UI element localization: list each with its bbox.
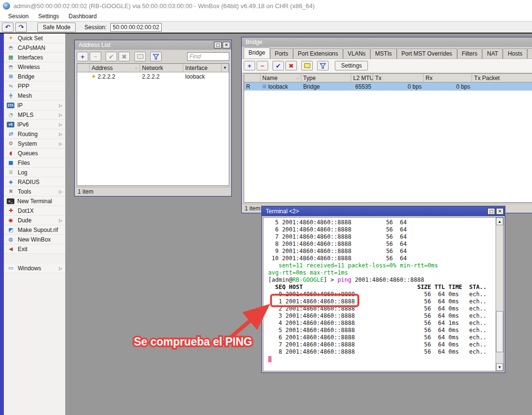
column-type[interactable]: Type bbox=[301, 74, 351, 82]
session-value[interactable]: 50:00:00:02:00:02 bbox=[110, 23, 162, 32]
sidebar-item-log[interactable]: ≣Log bbox=[4, 168, 65, 177]
sidebar-item-routing[interactable]: ⇄Routing▷ bbox=[4, 129, 65, 139]
scroll-up-icon[interactable]: ▲ bbox=[496, 218, 503, 225]
chevron-right-icon: ▷ bbox=[59, 266, 62, 271]
sidebar-item-ppp[interactable]: ≒PPP bbox=[4, 81, 65, 91]
sidebar-item-make-supout-rif[interactable]: ◩Make Supout.rif bbox=[4, 225, 65, 235]
sidebar: ✦Quick Set◓CAPsMAN▦Interfaces◓Wireless⊞B… bbox=[0, 34, 66, 415]
column-flag bbox=[77, 64, 90, 72]
bridge-tabs: BridgePortsPort ExtensionsVLANsMSTIsPort… bbox=[242, 47, 532, 58]
address-list-titlebar[interactable]: Address List □ ✕ bbox=[75, 40, 231, 50]
chevron-right-icon: ▷ bbox=[59, 132, 62, 137]
sidebar-item-dot1x[interactable]: ✚Dot1X bbox=[4, 206, 65, 216]
sidebar-item-exit[interactable]: ◀Exit bbox=[4, 244, 65, 254]
column-flag bbox=[244, 74, 260, 82]
remove-button[interactable]: − bbox=[90, 52, 101, 61]
column-dropdown-icon[interactable]: ▼ bbox=[222, 64, 229, 72]
comment-button[interactable] bbox=[301, 61, 313, 70]
address-table: Address△NetworkInterface▼ ✚2.2.2.22.2.2.… bbox=[77, 63, 229, 186]
enable-button[interactable]: ✔ bbox=[272, 61, 284, 70]
sidebar-item-capsman[interactable]: ◓CAPsMAN bbox=[4, 43, 65, 53]
sidebar-item-ipv6[interactable]: v6IPv6▷ bbox=[4, 120, 65, 129]
tab-mdb[interactable]: MDB bbox=[527, 48, 532, 58]
sidebar-item-label: Dot1X bbox=[18, 208, 63, 214]
column-tx-packet[interactable]: Tx Packet bbox=[472, 74, 532, 82]
settings-button[interactable]: Settings bbox=[335, 61, 368, 70]
column-network[interactable]: Network bbox=[140, 64, 183, 72]
menu-session[interactable]: Session bbox=[4, 12, 33, 21]
column-interface[interactable]: Interface bbox=[183, 64, 222, 72]
tab-mstis[interactable]: MSTIs bbox=[370, 48, 397, 58]
enable-button[interactable]: ✔ bbox=[106, 52, 117, 61]
find-input[interactable] bbox=[187, 52, 229, 61]
undo-icon: ↶ bbox=[5, 23, 11, 31]
disable-button[interactable]: ✖ bbox=[285, 61, 297, 70]
tab-filters[interactable]: Filters bbox=[457, 48, 483, 58]
sidebar-item-new-terminal[interactable]: >_New Terminal bbox=[4, 196, 65, 206]
bridge-icon: ⊞ bbox=[7, 73, 15, 80]
column-tx[interactable]: Tx bbox=[373, 74, 424, 82]
sidebar-item-new-winbox[interactable]: ◍New WinBox bbox=[4, 235, 65, 244]
safe-mode-button[interactable]: Safe Mode bbox=[37, 23, 76, 32]
sidebar-item-quick-set[interactable]: ✦Quick Set bbox=[4, 34, 65, 43]
menu-settings[interactable]: Settings bbox=[34, 12, 63, 21]
scrollbar-thumb[interactable] bbox=[496, 311, 503, 352]
sidebar-item-label: Quick Set bbox=[18, 35, 63, 42]
sidebar-item-bridge[interactable]: ⊞Bridge bbox=[4, 72, 65, 81]
sidebar-item-tools[interactable]: ✖Tools▷ bbox=[4, 187, 65, 196]
sidebar-item-interfaces[interactable]: ▦Interfaces bbox=[4, 53, 65, 62]
maximize-icon[interactable]: □ bbox=[487, 208, 495, 215]
comment-button[interactable] bbox=[134, 52, 146, 61]
sidebar-item-ip[interactable]: 255IP▷ bbox=[4, 101, 65, 110]
redo-button[interactable]: ↷ bbox=[15, 23, 27, 32]
sidebar-item-dude[interactable]: ◉Dude▷ bbox=[4, 216, 65, 225]
column-rx[interactable]: Rx bbox=[424, 74, 472, 82]
ipv6-icon: v6 bbox=[7, 122, 14, 127]
tab-nat[interactable]: NAT bbox=[482, 48, 503, 58]
tab-port-extensions[interactable]: Port Extensions bbox=[293, 48, 343, 58]
address-list-window: Address List □ ✕ + − ✔ ✖ bbox=[74, 40, 232, 196]
sidebar-item-queues[interactable]: ◖Queues bbox=[4, 149, 65, 158]
tab-hosts[interactable]: Hosts bbox=[503, 48, 527, 58]
table-row[interactable]: ✚2.2.2.22.2.2.2looback bbox=[77, 72, 229, 81]
sidebar-item-mesh[interactable]: ╪Mesh bbox=[4, 91, 65, 101]
scroll-down-icon[interactable]: ▼ bbox=[496, 363, 503, 371]
sidebar-item-windows[interactable]: ▭Windows▷ bbox=[4, 264, 65, 273]
tab-vlans[interactable]: VLANs bbox=[343, 48, 370, 58]
remove-button[interactable]: − bbox=[257, 61, 268, 70]
terminal-line: 8 2001:4860:4860::8888 56 64 0ms ech.. bbox=[268, 348, 496, 356]
filter-button[interactable] bbox=[150, 52, 162, 61]
table-row[interactable]: R⊞loobackBridge655350 bps0 bps bbox=[244, 82, 532, 91]
disable-button[interactable]: ✖ bbox=[118, 52, 130, 61]
add-button[interactable]: + bbox=[244, 61, 255, 70]
terminal-scrollbar[interactable]: ▲ ▼ bbox=[496, 218, 503, 371]
tab-bridge[interactable]: Bridge bbox=[244, 47, 270, 58]
scrollbar-track[interactable] bbox=[496, 225, 503, 363]
sidebar-item-radius[interactable]: ◈RADIUS bbox=[4, 177, 65, 187]
session-label: Session: bbox=[84, 24, 106, 31]
bridge-titlebar[interactable]: Bridge bbox=[242, 37, 532, 47]
sidebar-item-system[interactable]: ⚙System▷ bbox=[4, 139, 65, 149]
sidebar-item-wireless[interactable]: ◓Wireless bbox=[4, 62, 65, 72]
quickset-icon: ✦ bbox=[7, 35, 15, 42]
sidebar-item-files[interactable]: ■Files bbox=[4, 158, 65, 168]
column-address[interactable]: Address△ bbox=[90, 64, 140, 72]
close-icon[interactable]: ✕ bbox=[496, 208, 504, 215]
terminal-line: 5 2001:4860:4860::8888 56 64 0ms ech.. bbox=[268, 327, 496, 334]
wireless-icon: ◓ bbox=[7, 64, 15, 70]
chevron-right-icon: ▷ bbox=[59, 141, 62, 146]
filter-button[interactable] bbox=[317, 61, 329, 70]
terminal-titlebar[interactable]: Terminal <2> □ ✕ bbox=[262, 207, 505, 216]
column-l2-mtu[interactable]: L2 MTU bbox=[351, 74, 373, 82]
undo-button[interactable]: ↶ bbox=[2, 23, 13, 32]
column-name[interactable]: Name△ bbox=[260, 74, 301, 82]
menu-dashboard[interactable]: Dashboard bbox=[64, 12, 101, 21]
add-button[interactable]: + bbox=[77, 52, 88, 61]
maximize-icon[interactable]: □ bbox=[214, 42, 222, 48]
tab-port-mst-overrides[interactable]: Port MST Overrides bbox=[397, 48, 457, 58]
close-icon[interactable]: ✕ bbox=[223, 42, 230, 48]
tab-ports[interactable]: Ports bbox=[270, 48, 293, 58]
terminal-line: 6 2001:4860:4860::8888 56 64 0ms ech.. bbox=[268, 334, 496, 341]
sidebar-item-mpls[interactable]: ◔MPLS▷ bbox=[4, 110, 65, 120]
funnel-icon bbox=[153, 54, 159, 60]
